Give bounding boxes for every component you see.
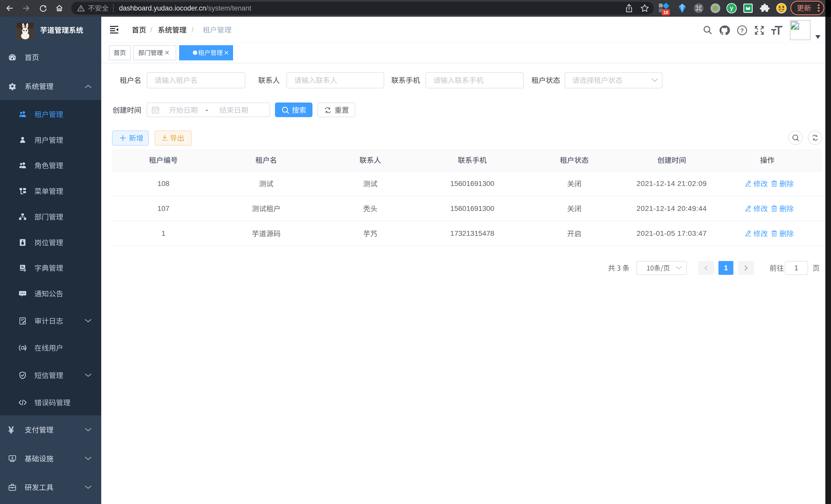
svg-text:10: 10 xyxy=(663,10,668,15)
svg-text:?: ? xyxy=(740,27,744,34)
svg-text:y: y xyxy=(730,5,733,11)
